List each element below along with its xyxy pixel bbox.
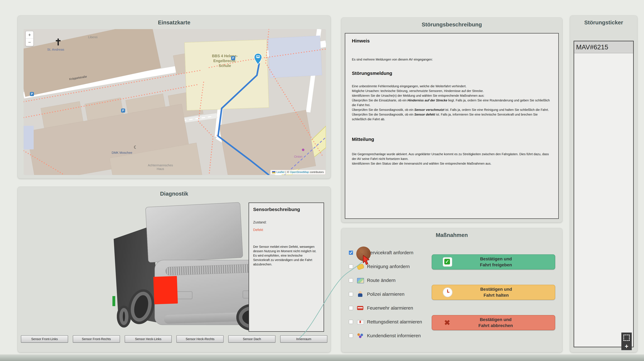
measure-row: Feuerwehr alarmieren xyxy=(348,301,446,315)
fault-description-box: Hinweis Es sind mehrere Meldungen von di… xyxy=(345,33,559,219)
ticker-corner-widget: + xyxy=(621,332,632,350)
zoom-out-button[interactable]: − xyxy=(26,39,33,46)
cust-icon xyxy=(357,332,364,339)
measure-checkbox[interactable] xyxy=(349,292,353,296)
window-bottom-strip xyxy=(0,354,644,361)
fault-line: Überprüfen Sie die Sensordiagnostik, ob … xyxy=(352,112,552,122)
measure-row: Rettungsdienst alarmieren xyxy=(348,315,446,329)
ukraine-flag-icon xyxy=(272,171,276,174)
sensor-state-value: Defekt xyxy=(253,228,320,232)
parking-icon: P xyxy=(121,108,125,112)
vehicle-reflector xyxy=(176,291,192,299)
measure-checkbox[interactable] xyxy=(349,306,353,310)
sensor-button-sensor-front-links[interactable]: Sensor Front-Links xyxy=(21,335,68,342)
map-panel-title: Einsatzkarte xyxy=(18,16,330,26)
map-label-onion: Onion xyxy=(294,155,302,158)
measure-label: Kundendienst informieren xyxy=(367,333,421,338)
measures-panel: Maßnahmen Servicekraft anfordernReinigun… xyxy=(341,228,562,352)
fault-line: Mögliche Ursachen: technische Störung, v… xyxy=(352,88,552,93)
map-label-church: St. Andreas xyxy=(47,48,64,52)
measure-checkbox[interactable] xyxy=(349,250,353,255)
measure-row: Kundendienst informieren xyxy=(348,329,446,342)
sensor-indicator-ok-left xyxy=(112,296,115,306)
action-button-fahrt-freigeben[interactable]: Bestätigen undFahrt freigeben xyxy=(432,254,555,270)
mosque-icon: ☾ xyxy=(134,145,138,150)
measure-label: Servicekraft anfordern xyxy=(367,250,413,255)
measure-label: Polizei alarmieren xyxy=(367,292,404,297)
leaflet-link[interactable]: Leaflet xyxy=(276,170,284,174)
action-button-label: Bestätigen undFahrt halten xyxy=(452,286,540,298)
measure-checkbox[interactable] xyxy=(349,334,353,338)
measure-row: Polizei alarmieren xyxy=(348,287,446,301)
vehicle-roof-module xyxy=(145,202,243,262)
ticker-item[interactable]: MAV#6215 xyxy=(574,41,633,53)
selection-icon[interactable] xyxy=(621,332,632,343)
zoom-in-button[interactable]: + xyxy=(26,31,33,39)
map-zoom-control: + − xyxy=(26,31,34,46)
fault-line: Identifizieren Sie die Ursache(n) der Me… xyxy=(352,93,552,98)
measure-row: Route ändern xyxy=(348,274,446,287)
vehicle-render xyxy=(114,203,269,331)
measure-checkbox[interactable] xyxy=(349,264,353,268)
amb-icon xyxy=(357,318,364,325)
map-attribution: Leaflet | © OpenStreetMap contributors xyxy=(270,170,325,174)
action-button-column: Bestätigen undFahrt freigebenBestätigen … xyxy=(432,228,556,352)
message-line: Identifizieren Sie den Status über die I… xyxy=(352,161,552,166)
check-icon xyxy=(443,257,452,267)
sensor-button-sensor-front-rechts[interactable]: Sensor Front-Rechts xyxy=(73,335,120,342)
measure-label: Rettungsdienst alarmieren xyxy=(367,319,422,324)
fault-ticker-panel: Störungsticker MAV#6215 + xyxy=(570,16,638,352)
police-icon xyxy=(357,291,364,298)
map-label-mosque: DMK Moschee xyxy=(112,151,132,154)
fault-line: Überprüfen Sie die Einsatzkarte, ob ein … xyxy=(352,98,552,108)
action-button-fahrt-abbrechen[interactable]: Bestätigen undFahrt abbrechen xyxy=(432,315,555,330)
map-overlay-layer xyxy=(24,29,326,175)
ticker-panel-title: Störungsticker xyxy=(570,16,637,26)
message-line: Die Gegensprechanlage wurde aktiviert. A… xyxy=(352,152,552,161)
diagnostics-panel-title: Diagnostik xyxy=(18,187,330,197)
message-heading: Mitteilung xyxy=(352,137,552,142)
fault-panel-title: Störungsbeschreibung xyxy=(341,18,562,28)
sensor-button-sensor-dach[interactable]: Sensor Dach xyxy=(228,335,276,342)
parking-icon: P xyxy=(231,56,235,60)
sensor-indicator-defect[interactable] xyxy=(153,276,178,304)
map-label-school: BBS 4 Helene- Engelbrecht- Schule xyxy=(201,54,248,68)
fault-description-panel: Störungsbeschreibung Hinweis Es sind meh… xyxy=(341,18,562,222)
fault-line: Eine unbestimmte Fehlermeldung eingegang… xyxy=(352,84,552,88)
church-cross-icon xyxy=(56,38,60,46)
sensor-button-innenraum[interactable]: Innenraum xyxy=(280,335,327,342)
fire-icon xyxy=(357,305,364,311)
cross-icon xyxy=(443,318,452,327)
measure-label: Reinigung anfordern xyxy=(367,264,410,269)
measure-checkbox[interactable] xyxy=(349,278,353,282)
sensor-state-label: Zustand: xyxy=(253,220,320,224)
action-button-label: Bestätigen undFahrt abbrechen xyxy=(452,317,540,328)
cursor-pointer-icon xyxy=(362,255,371,266)
measure-checkbox[interactable] xyxy=(349,320,353,324)
clock-icon xyxy=(443,288,452,297)
parking-icon: P xyxy=(30,92,34,96)
sensor-button-row: Sensor Front-LinksSensor Front-RechtsSen… xyxy=(21,335,327,342)
measure-label: Feuerwehr alarmieren xyxy=(367,305,413,311)
sensor-description-body: Der Sensor meldet einen Defekt, weswegen… xyxy=(253,244,320,266)
fault-body: Eine unbestimmte Fehlermeldung eingegang… xyxy=(352,84,552,122)
map-icon xyxy=(357,277,364,284)
message-body: Die Gegensprechanlage wurde aktiviert. A… xyxy=(352,152,552,166)
action-button-label: Bestätigen undFahrt freigeben xyxy=(452,256,540,268)
plus-icon[interactable]: + xyxy=(621,343,632,350)
sensor-description-title: Sensorbeschreibung xyxy=(253,207,320,212)
map-label-liberei: Liberei xyxy=(88,36,98,39)
sensor-button-sensor-heck-rechts[interactable]: Sensor Heck-Rechts xyxy=(176,335,224,342)
hint-heading: Hinweis xyxy=(352,38,552,44)
attribution-separator: | xyxy=(285,170,286,174)
diagnostics-panel: Diagnostik Sensorbeschreibung Zustand: D… xyxy=(18,187,331,352)
action-button-fahrt-halten[interactable]: Bestätigen undFahrt halten xyxy=(432,285,555,300)
sensor-button-sensor-heck-links[interactable]: Sensor Heck-Links xyxy=(125,335,172,342)
ticker-list[interactable]: MAV#6215 xyxy=(574,41,634,347)
vehicle-marker-pin[interactable] xyxy=(254,54,262,64)
osm-link[interactable]: OpenStreetMap xyxy=(290,170,309,174)
map-canvas[interactable]: St. Andreas Liberei Kröppelstraße BBS 4 … xyxy=(24,29,326,175)
attribution-contributors: contributors xyxy=(310,170,324,174)
measure-label: Route ändern xyxy=(367,278,396,283)
fault-heading: Störungsmeldung xyxy=(352,70,552,76)
